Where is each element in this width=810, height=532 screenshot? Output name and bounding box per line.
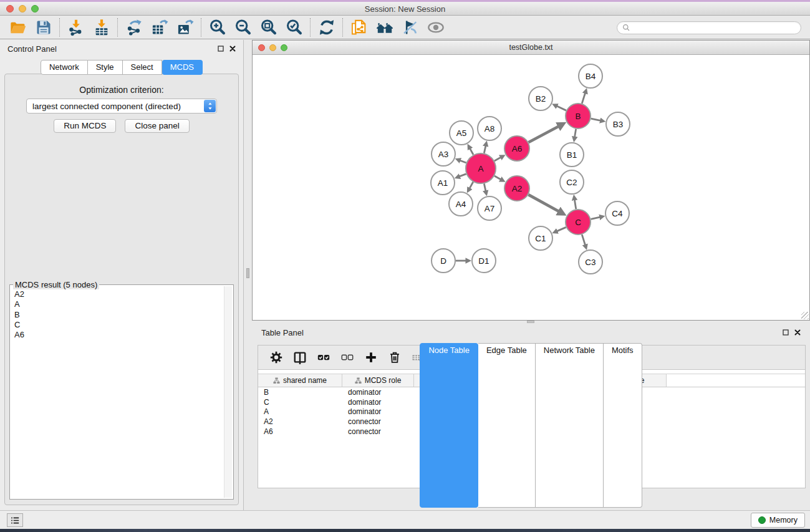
export-image-button[interactable] <box>172 17 198 37</box>
node-label-C: C <box>575 218 581 227</box>
resize-grip[interactable] <box>801 312 809 319</box>
edge-B-B4[interactable] <box>582 93 585 104</box>
edge-B-B2[interactable] <box>557 106 566 110</box>
table-tab-motifs[interactable]: Motifs <box>604 343 642 508</box>
edge-C-C4[interactable] <box>591 217 600 219</box>
edge-A-A4[interactable] <box>470 182 473 188</box>
criterion-dropdown-value: largest connected component (directed) <box>27 102 204 111</box>
tab-network[interactable]: Network <box>41 60 88 75</box>
edge-B-B3[interactable] <box>591 118 600 120</box>
node-label-A2: A2 <box>512 184 523 193</box>
memory-button[interactable]: Memory <box>751 513 805 528</box>
zoom-selected-button[interactable] <box>281 17 307 37</box>
open-folder-icon <box>9 19 27 36</box>
table-tab-network-table[interactable]: Network Table <box>536 343 604 508</box>
zoom-fit-button[interactable] <box>256 17 281 37</box>
edge-A-A3[interactable] <box>460 160 466 163</box>
zoom-out-button[interactable] <box>230 17 256 37</box>
run-mcds-button[interactable]: Run MCDS <box>54 119 116 133</box>
import-network-icon <box>67 19 85 36</box>
import-table-icon <box>93 19 110 36</box>
desktop-edge-bottom <box>0 529 810 532</box>
float-panel-icon[interactable] <box>783 329 789 336</box>
node-label-C3: C3 <box>585 258 595 267</box>
refresh-icon <box>318 19 335 36</box>
table-tab-edge-table[interactable]: Edge Table <box>478 343 536 508</box>
edge-C-C2[interactable] <box>574 200 576 209</box>
tab-style[interactable]: Style <box>88 60 123 75</box>
task-list-icon <box>10 515 21 526</box>
import-table-button[interactable] <box>89 17 114 37</box>
export-network-icon <box>125 19 143 36</box>
hide-flag-icon <box>402 19 419 36</box>
result-item-c[interactable]: C <box>14 320 224 330</box>
tab-select[interactable]: Select <box>123 60 162 75</box>
mcds-result-list[interactable]: A2ABCA6 <box>11 286 224 498</box>
toolbar-separator <box>117 18 118 37</box>
open-session-button[interactable] <box>5 17 31 37</box>
show-networks-button[interactable] <box>372 17 397 37</box>
network-graph[interactable]: AA1A2A3A4A5A6A7A8BB1B2B3B4CC1C2C3C4DD1 <box>253 56 809 319</box>
result-item-b[interactable]: B <box>14 310 224 320</box>
memory-status-dot <box>758 516 766 524</box>
node-label-A7: A7 <box>485 204 495 213</box>
result-item-a2[interactable]: A2 <box>14 289 224 299</box>
criterion-dropdown[interactable]: largest connected component (directed) <box>26 99 217 114</box>
control-panel-header: Control Panel <box>0 40 243 57</box>
toolbar-separator <box>201 18 201 37</box>
main-toolbar <box>0 16 810 39</box>
edge-A-A6[interactable] <box>494 157 501 161</box>
result-scrollbar[interactable] <box>224 286 232 498</box>
node-label-D1: D1 <box>478 256 489 266</box>
new-network-file-button[interactable] <box>346 17 372 37</box>
toolbar-search[interactable] <box>617 21 801 34</box>
result-item-a[interactable]: A <box>14 299 224 309</box>
tab-mcds[interactable]: MCDS <box>162 60 203 75</box>
edge-A-A1[interactable] <box>460 174 466 177</box>
export-network-button[interactable] <box>121 17 147 37</box>
close-panel-icon[interactable] <box>794 329 801 336</box>
zoom-in-button[interactable] <box>205 17 230 37</box>
node-label-B1: B1 <box>567 150 577 160</box>
close-panel-icon[interactable] <box>229 46 236 52</box>
search-input[interactable] <box>634 23 796 32</box>
edge-A2-C[interactable] <box>528 195 559 211</box>
node-label-A: A <box>478 164 483 173</box>
edge-C-C1[interactable] <box>557 227 566 231</box>
main-titlebar: Session: New Session <box>0 2 810 16</box>
refresh-layout-button[interactable] <box>314 17 339 37</box>
node-label-D: D <box>440 256 446 266</box>
edge-A-A5[interactable] <box>470 148 473 155</box>
control-panel-title: Control Panel <box>7 44 57 54</box>
table-tab-node-table[interactable]: Node Table <box>420 343 478 508</box>
edge-A-A8[interactable] <box>484 146 486 153</box>
search-icon <box>622 24 630 32</box>
network-canvas[interactable]: AA1A2A3A4A5A6A7A8BB1B2B3B4CC1C2C3C4DD1 <box>253 56 809 319</box>
edge-A-A7[interactable] <box>484 183 486 191</box>
chevron-up-down-icon <box>206 100 214 112</box>
task-history-button[interactable] <box>7 513 23 527</box>
network-window-titlebar[interactable]: testGlobe.txt <box>253 41 809 55</box>
node-label-A8: A8 <box>485 124 495 133</box>
import-network-button[interactable] <box>63 17 89 37</box>
hide-annotations-button[interactable] <box>397 17 423 37</box>
session-title: Session: New Session <box>0 4 810 14</box>
control-panel: Control Panel NetworkStyleSelectMCDS Opt… <box>0 40 244 510</box>
graphics-details-button[interactable] <box>423 17 448 37</box>
node-label-A4: A4 <box>456 200 466 209</box>
close-panel-button[interactable]: Close panel <box>125 119 189 133</box>
save-session-button[interactable] <box>31 17 56 37</box>
export-table-button[interactable] <box>147 17 172 37</box>
mcds-result-box: MCDS result (5 nodes) A2ABCA6 <box>9 284 234 500</box>
float-panel-icon[interactable] <box>218 46 224 52</box>
edge-C-C3[interactable] <box>582 235 585 245</box>
edge-B-B1[interactable] <box>575 129 576 137</box>
node-label-B2: B2 <box>536 94 546 104</box>
edge-A6-B[interactable] <box>529 126 559 142</box>
result-item-a6[interactable]: A6 <box>14 330 224 340</box>
memory-label: Memory <box>769 516 798 525</box>
edge-A-A2[interactable] <box>494 176 501 180</box>
vertical-splitter-handle[interactable] <box>246 268 249 278</box>
network-document-icon <box>350 19 368 36</box>
homes-icon <box>376 19 393 36</box>
